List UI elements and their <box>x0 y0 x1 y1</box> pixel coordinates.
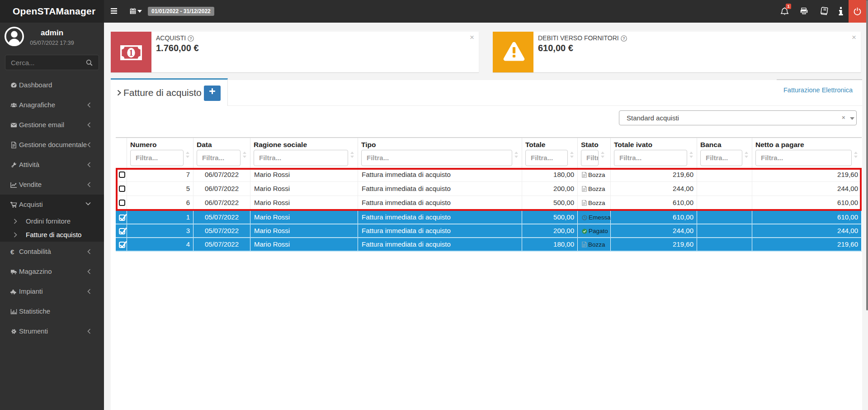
svg-text:?: ? <box>189 36 192 41</box>
svg-text:?: ? <box>623 36 625 41</box>
svg-text:1: 1 <box>129 48 133 57</box>
